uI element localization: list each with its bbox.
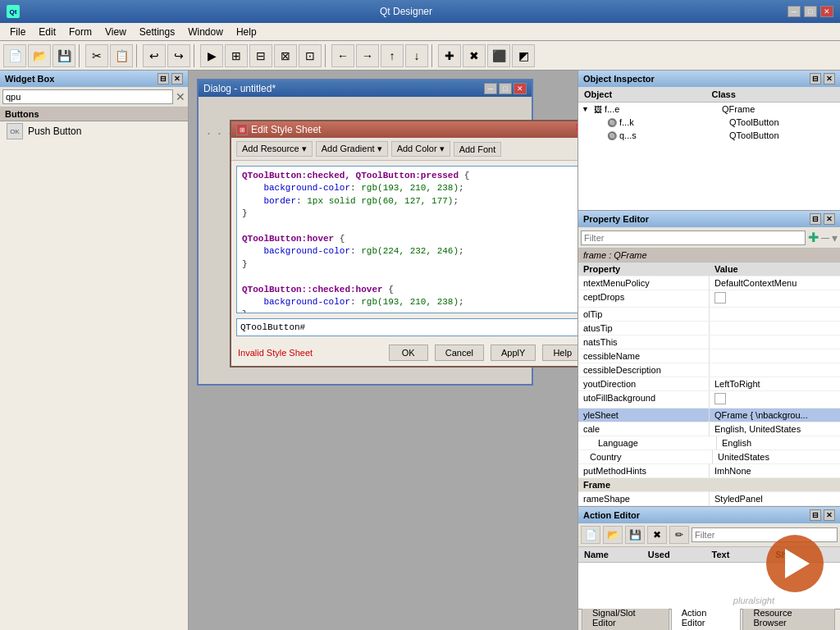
toolbar-button-1[interactable]: 📂 xyxy=(28,44,51,67)
toolbar-button-21[interactable]: ✚ xyxy=(438,44,461,67)
toolbar-button-18[interactable]: ↑ xyxy=(381,44,404,67)
action-editor-close-btn[interactable]: ✕ xyxy=(824,509,835,521)
prop-row-country[interactable]: Country UnitedStates xyxy=(578,450,840,464)
style-dialog-close-btn[interactable]: ✕ xyxy=(576,124,578,135)
prop-row-whatsthat[interactable]: natsThis xyxy=(578,336,840,349)
toolbar-separator-6 xyxy=(136,44,139,67)
close-button[interactable]: ✕ xyxy=(820,6,833,17)
property-remove-button[interactable]: ─ xyxy=(821,231,829,244)
prop-row-acceptdrops[interactable]: ceptDrops xyxy=(578,290,840,308)
prop-row-locale[interactable]: cale English, UnitedStates xyxy=(578,422,840,436)
property-add-button[interactable]: ✚ xyxy=(808,230,819,245)
prop-row-stylesheet[interactable]: yleSheet QFrame { \nbackgrou... xyxy=(578,409,840,422)
toolbar-button-23[interactable]: ⬛ xyxy=(487,44,510,67)
pluralsight-play-button[interactable] xyxy=(766,535,824,592)
tree-item-icon: 🖼 xyxy=(594,105,602,114)
toolbar-button-16[interactable]: ← xyxy=(331,44,354,67)
app-icon: Qt xyxy=(7,5,20,18)
style-input-field[interactable] xyxy=(236,318,578,336)
prop-name-contextmenu: ntextMenuPolicy xyxy=(578,276,710,290)
toolbar-button-7[interactable]: ↩ xyxy=(143,44,166,67)
menu-item-view[interactable]: View xyxy=(98,25,133,39)
prop-name-stylesheet: yleSheet xyxy=(578,409,710,422)
menu-item-window[interactable]: Window xyxy=(181,25,230,39)
restore-button[interactable]: □ xyxy=(804,6,817,17)
prop-name-country: Country xyxy=(578,450,713,463)
prop-row-inputmethod[interactable]: putMethodHints ImhNone xyxy=(578,464,840,478)
style-cancel-button[interactable]: Cancel xyxy=(435,345,484,361)
style-ok-button[interactable]: OK xyxy=(389,345,428,361)
minimize-button[interactable]: ─ xyxy=(788,6,801,17)
toolbar-button-14[interactable]: ⊡ xyxy=(299,44,322,67)
widget-box-float-button[interactable]: ⊟ xyxy=(158,73,169,84)
action-edit-btn[interactable]: ✏ xyxy=(669,526,689,544)
widget-box-close-button[interactable]: ✕ xyxy=(171,73,183,84)
tree-item-toolbtn1[interactable]: 🔘 f...k QToolButton xyxy=(578,116,840,129)
add-color-button[interactable]: Add Color ▾ xyxy=(391,141,450,157)
toolbar-button-24[interactable]: ◩ xyxy=(512,44,535,67)
tree-item-frame[interactable]: ▼ 🖼 f...e QFrame xyxy=(578,103,840,116)
property-filter-input[interactable] xyxy=(581,231,806,245)
toolbar-button-5[interactable]: 📋 xyxy=(110,44,133,67)
prop-row-tooltip[interactable]: olTip xyxy=(578,308,840,322)
toolbar-button-13[interactable]: ⊠ xyxy=(274,44,297,67)
action-delete-btn[interactable]: ✖ xyxy=(647,526,667,544)
menu-item-form[interactable]: Form xyxy=(62,25,98,39)
menu-item-file[interactable]: File xyxy=(3,25,32,39)
dialog-maximize-btn[interactable]: □ xyxy=(499,83,512,94)
widget-search-clear[interactable]: ✕ xyxy=(176,90,185,103)
prop-editor-close-btn[interactable]: ✕ xyxy=(824,213,835,225)
style-dialog-title-text: Edit Style Sheet xyxy=(251,124,321,135)
obj-inspector-close-btn[interactable]: ✕ xyxy=(824,73,835,84)
widget-item-pushbutton[interactable]: OK Push Button xyxy=(0,121,188,141)
add-gradient-button[interactable]: Add Gradient ▾ xyxy=(316,141,388,157)
prop-row-accessdesc[interactable]: cessibleDescription xyxy=(578,363,840,377)
prop-row-frameshape[interactable]: rameShape StyledPanel xyxy=(578,492,840,506)
action-editor-float-btn[interactable]: ⊟ xyxy=(810,509,821,521)
action-new-btn[interactable]: 📄 xyxy=(581,526,600,544)
toolbar-button-11[interactable]: ⊞ xyxy=(225,44,248,67)
toolbar-button-8[interactable]: ↪ xyxy=(167,44,190,67)
tree-item-toolbtn2[interactable]: 🔘 q...s QToolButton xyxy=(578,129,840,142)
prop-row-layoutdir[interactable]: youtDirection LeftToRight xyxy=(578,377,840,391)
action-open-btn[interactable]: 📂 xyxy=(603,526,623,544)
dialog-minimize-btn[interactable]: ─ xyxy=(484,83,497,94)
style-help-button[interactable]: Help xyxy=(542,345,578,361)
toolbar-button-10[interactable]: ▶ xyxy=(200,44,223,67)
toolbar-button-19[interactable]: ↓ xyxy=(405,44,428,67)
obj-inspector-float-btn[interactable]: ⊟ xyxy=(810,73,821,84)
style-dialog-icon: ⊞ xyxy=(236,124,248,135)
toolbar-separator-20 xyxy=(431,44,435,67)
style-apply-button[interactable]: ApplY xyxy=(491,345,536,361)
toolbar-button-22[interactable]: ✖ xyxy=(463,44,486,67)
menu-item-settings[interactable]: Settings xyxy=(133,25,181,39)
widget-search-input[interactable] xyxy=(2,89,173,104)
prop-row-accessname[interactable]: cessibleName xyxy=(578,349,840,363)
action-editor-panel: Action Editor ⊟ ✕ 📄 📂 💾 ✖ ✏ Name Used Te… xyxy=(578,507,840,630)
autofill-checkbox[interactable] xyxy=(714,393,726,404)
action-filter-input[interactable] xyxy=(692,527,838,542)
style-editor-area[interactable]: QToolButton:checked, QToolButton:pressed… xyxy=(236,166,578,313)
add-resource-button[interactable]: Add Resource ▾ xyxy=(236,141,313,157)
prop-name-frame-group: Frame xyxy=(578,478,710,491)
prop-row-language[interactable]: Language English xyxy=(578,436,840,450)
dialog-close-btn[interactable]: ✕ xyxy=(514,83,527,94)
prop-val-frame-group xyxy=(710,478,840,491)
action-save-btn[interactable]: 💾 xyxy=(625,526,645,544)
toolbar-button-4[interactable]: ✂ xyxy=(85,44,108,67)
acceptdrops-checkbox[interactable] xyxy=(714,292,726,304)
prop-val-accessname xyxy=(710,349,840,363)
prop-editor-float-btn[interactable]: ⊟ xyxy=(810,213,821,225)
prop-row-contextmenupolicy[interactable]: ntextMenuPolicy DefaultContextMenu xyxy=(578,276,840,290)
menu-item-help[interactable]: Help xyxy=(230,25,263,39)
toolbar-button-17[interactable]: → xyxy=(356,44,379,67)
property-menu-button[interactable]: ▾ xyxy=(832,231,838,244)
prop-row-autofill[interactable]: utoFillBackground xyxy=(578,391,840,409)
toolbar-button-12[interactable]: ⊟ xyxy=(249,44,272,67)
toolbar-button-0[interactable]: 📄 xyxy=(3,44,26,67)
prop-row-statustip[interactable]: atusTip xyxy=(578,322,840,336)
toolbar-button-2[interactable]: 💾 xyxy=(52,44,75,67)
property-table: Property Value ntextMenuPolicy DefaultCo… xyxy=(578,262,840,506)
menu-item-edit[interactable]: Edit xyxy=(32,25,62,39)
add-font-button[interactable]: Add Font xyxy=(454,142,502,157)
